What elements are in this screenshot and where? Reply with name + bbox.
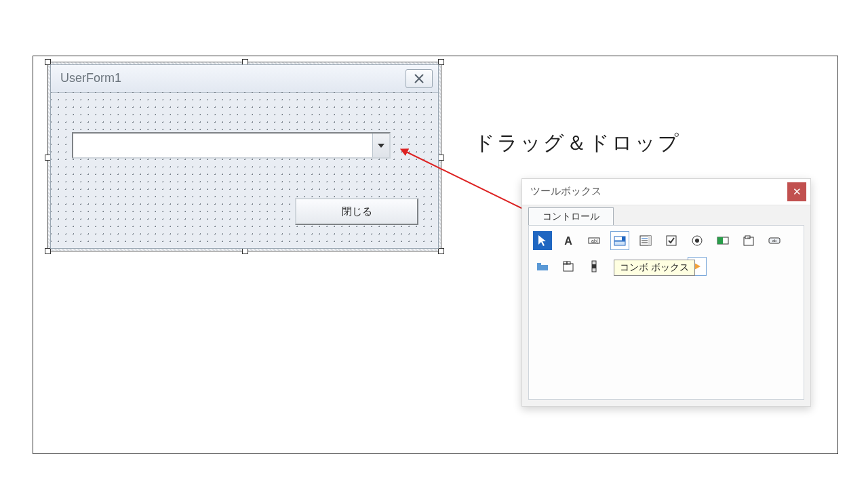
tool-commandbutton[interactable]: ab [765,231,784,250]
commandbutton-icon: ab [768,234,781,247]
tool-label[interactable]: A [559,231,578,250]
toolbox-tab-label: コントロール [542,211,599,223]
svg-rect-11 [648,236,651,245]
tool-listbox[interactable] [636,231,655,250]
userform-body[interactable]: UserForm1 閉じる [50,64,439,249]
diagram-canvas: UserForm1 閉じる ドラッグ＆ドロップ ツールボックス [33,56,838,454]
resize-handle-se[interactable] [438,248,444,254]
resize-handle-e[interactable] [438,155,444,161]
svg-rect-28 [592,264,596,268]
tool-togglebutton[interactable] [713,231,732,250]
togglebutton-icon [716,234,730,247]
svg-rect-24 [564,264,573,271]
tool-optionbutton[interactable] [688,231,707,250]
toolbox-body: A ab| xv ab コンボ ボックス [528,225,804,400]
pointer-icon [536,234,549,247]
svg-rect-16 [717,237,723,244]
svg-text:xv: xv [747,236,750,239]
multipage-icon [561,260,575,273]
annotation-text: ドラッグ＆ドロップ [474,129,681,157]
tool-multipage[interactable] [559,257,578,276]
toolbox-titlebar[interactable]: ツールボックス ✕ [522,179,810,205]
toolbox-window[interactable]: ツールボックス ✕ コントロール A ab| xv ab [521,178,811,407]
label-icon: A [561,234,575,247]
toolbox-close-button[interactable]: ✕ [787,182,806,201]
close-icon: ✕ [793,186,802,198]
resize-handle-ne[interactable] [438,59,444,65]
tool-textbox[interactable]: ab| [585,231,604,250]
svg-rect-6 [614,241,625,245]
svg-text:ab|: ab| [591,239,598,244]
userform-title: UserForm1 [60,71,121,85]
resize-handle-s[interactable] [242,248,248,254]
close-commandbutton-label: 閉じる [342,205,372,218]
tabstrip-icon [536,260,549,273]
tool-tabstrip[interactable] [533,257,552,276]
toolbox-title: ツールボックス [530,185,601,198]
userform-designer[interactable]: UserForm1 閉じる [47,62,441,251]
tool-scrollbar[interactable] [585,257,604,276]
combobox-control[interactable] [72,132,391,159]
userform-design-grid[interactable]: 閉じる [51,92,438,248]
svg-rect-23 [537,263,541,266]
toolbox-tab-controls[interactable]: コントロール [528,207,614,226]
resize-handle-sw[interactable] [45,248,51,254]
userform-close-button[interactable] [406,69,433,88]
checkbox-icon [665,234,678,247]
close-icon [413,73,425,85]
combobox-icon [613,234,627,247]
tool-pointer[interactable] [533,231,552,250]
svg-rect-22 [537,265,548,270]
tool-tooltip: コンボ ボックス [614,260,695,276]
frame-icon: xv [742,234,755,247]
svg-text:ab: ab [772,239,777,243]
svg-point-14 [695,239,699,243]
svg-rect-5 [622,237,625,241]
optionbutton-icon [690,234,704,247]
close-commandbutton[interactable]: 閉じる [295,198,418,225]
svg-text:A: A [564,235,572,247]
listbox-icon [639,234,652,247]
combobox-dropdown-button[interactable] [372,134,389,157]
userform-titlebar[interactable]: UserForm1 [51,65,438,93]
tool-frame[interactable]: xv [739,231,758,250]
tool-combobox[interactable] [610,231,629,250]
tool-checkbox[interactable] [662,231,681,250]
scrollbar-icon [587,260,601,273]
textbox-icon: ab| [587,234,601,247]
